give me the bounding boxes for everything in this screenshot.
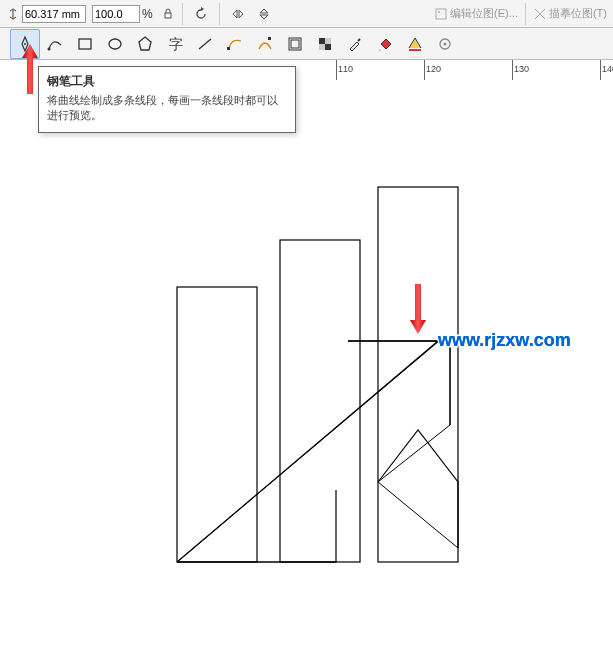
fill-tool-icon[interactable] [370,29,400,59]
edit-bitmap-icon[interactable]: 编辑位图(E)... [434,3,518,25]
envelope-tool-icon[interactable] [280,29,310,59]
svg-rect-5 [79,39,91,49]
svg-point-4 [48,47,51,50]
height-input[interactable] [22,5,86,23]
mirror-h-icon[interactable] [227,3,249,25]
svg-rect-0 [165,13,171,18]
scale-field-group: % [92,5,153,23]
transparency-tool-icon[interactable] [310,29,340,59]
outline-tool-icon[interactable] [400,29,430,59]
svg-rect-12 [319,38,325,44]
red-arrow-tool [20,44,40,99]
bar-3 [378,187,458,562]
eyedropper-tool-icon[interactable] [340,29,370,59]
svg-rect-9 [268,37,271,40]
property-bar: % 编辑位图(E)... 描摹位图(T) [0,0,613,28]
toolbox-row: 字 [0,28,613,60]
watermark: www.rjzxw.com [438,330,571,351]
trace-bitmap-icon[interactable]: 描摹位图(T) [533,3,607,25]
scale-input[interactable] [92,5,140,23]
canvas[interactable] [0,80,613,647]
curve2-tool-icon[interactable] [250,29,280,59]
svg-rect-14 [325,38,331,44]
svg-rect-15 [319,44,325,50]
bezier-tool-icon[interactable] [40,29,70,59]
text-tool-icon[interactable]: 字 [160,29,190,59]
tooltip: 钢笔工具 将曲线绘制成多条线段，每画一条线段时都可以进行预览。 [38,66,296,133]
svg-rect-1 [436,9,446,19]
drawing [0,80,613,647]
rectangle-tool-icon[interactable] [70,29,100,59]
separator [219,3,220,25]
ellipse-tool-icon[interactable] [100,29,130,59]
svg-rect-13 [325,44,331,50]
svg-rect-8 [227,47,230,50]
tooltip-body: 将曲线绘制成多条线段，每画一条线段时都可以进行预览。 [47,93,287,124]
arrow-path [177,341,458,562]
separator [525,3,526,25]
red-arrow-canvas [408,284,428,334]
svg-text:字: 字 [169,37,183,52]
lock-icon[interactable] [162,8,174,20]
svg-point-18 [444,42,447,45]
bar-2 [280,240,360,562]
mirror-v-icon[interactable] [253,3,275,25]
svg-point-2 [438,11,440,13]
height-icon [7,8,19,20]
tooltip-title: 钢笔工具 [47,73,287,90]
options-tool-icon[interactable] [430,29,460,59]
height-field-group [4,5,86,23]
rotate-icon[interactable] [190,3,212,25]
line-tool-icon[interactable] [190,29,220,59]
svg-rect-11 [291,40,299,48]
scale-unit: % [142,7,153,21]
bar-1 [177,287,257,562]
polygon-tool-icon[interactable] [130,29,160,59]
svg-point-6 [109,39,121,49]
curve-tool-icon[interactable] [220,29,250,59]
separator [182,3,183,25]
